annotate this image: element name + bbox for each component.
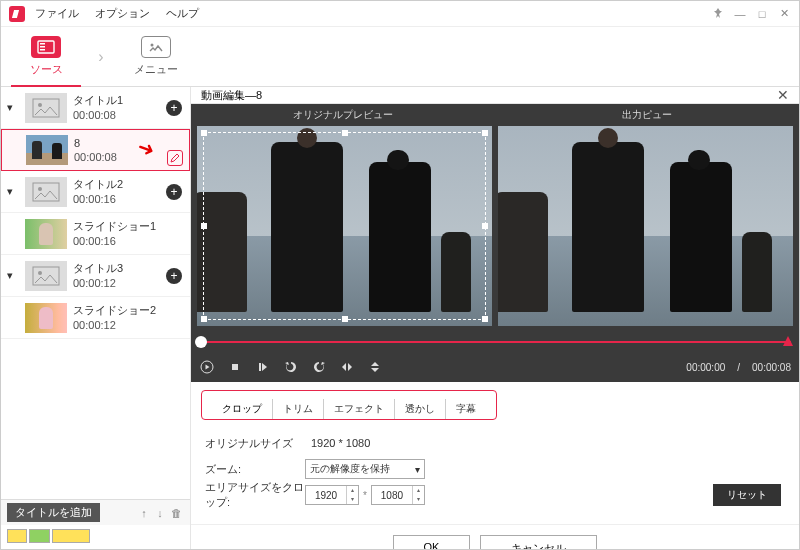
- list-item[interactable]: スライドショー100:00:16: [1, 213, 190, 255]
- tab-subtitle[interactable]: 字幕: [446, 399, 486, 419]
- app-logo-icon: [9, 6, 25, 22]
- editor-close-icon[interactable]: ✕: [777, 87, 789, 103]
- item-name: タイトル2: [73, 177, 166, 191]
- seek-knob[interactable]: [195, 336, 207, 348]
- chevron-right-icon: ›: [91, 48, 111, 66]
- collapse-icon[interactable]: ▾: [7, 185, 19, 198]
- placeholder-thumb-icon: [25, 261, 67, 291]
- rotate-left-icon[interactable]: [283, 359, 299, 375]
- svg-rect-9: [33, 267, 59, 285]
- list-item[interactable]: ▾ タイトル200:00:16 +: [1, 171, 190, 213]
- minimize-button[interactable]: —: [733, 8, 747, 20]
- add-title-button[interactable]: タイトルを追加: [7, 503, 100, 522]
- add-button[interactable]: +: [166, 268, 182, 284]
- item-duration: 00:00:16: [73, 192, 166, 206]
- dialog-buttons: OK キャンセル: [191, 524, 799, 550]
- preview-output: [498, 126, 793, 326]
- crop-size-label: エリアサイズをクロップ:: [205, 480, 305, 510]
- svg-rect-7: [33, 183, 59, 201]
- source-icon: [31, 36, 61, 58]
- original-size-value: 1920 * 1080: [305, 437, 370, 449]
- maximize-button[interactable]: □: [755, 8, 769, 20]
- move-up-icon[interactable]: ↑: [136, 507, 152, 519]
- crop-width-input[interactable]: 1920▴▾: [305, 485, 359, 505]
- menu-file[interactable]: ファイル: [35, 6, 79, 21]
- flip-horizontal-icon[interactable]: [339, 359, 355, 375]
- item-name: タイトル3: [73, 261, 166, 275]
- item-name: スライドショー1: [73, 219, 184, 233]
- mark-in-icon[interactable]: [255, 359, 271, 375]
- play-icon[interactable]: [199, 359, 215, 375]
- tab-crop[interactable]: クロップ: [212, 399, 273, 419]
- sidebar-footer: タイトルを追加 ↑ ↓ 🗑: [1, 499, 190, 525]
- list-item-selected[interactable]: 800:00:08 ➜: [1, 129, 190, 171]
- collapse-icon[interactable]: ▾: [7, 101, 19, 114]
- item-name: 8: [74, 136, 183, 150]
- svg-point-8: [38, 187, 42, 191]
- step-up-icon[interactable]: ▴: [413, 486, 424, 495]
- item-duration: 00:00:08: [73, 108, 166, 122]
- crop-rect[interactable]: [203, 132, 486, 320]
- timeline-strip: [1, 525, 190, 550]
- move-down-icon[interactable]: ↓: [152, 507, 168, 519]
- editor-panel: 動画編集—8 ✕ オリジナルプレビュー 出力ピュー: [191, 87, 799, 550]
- crop-form: オリジナルサイズ 1920 * 1080 ズーム: 元の解像度を保持▾ エリアサ…: [191, 420, 799, 518]
- step-up-icon[interactable]: ▴: [347, 486, 358, 495]
- svg-rect-5: [33, 99, 59, 117]
- tab-source[interactable]: ソース: [1, 27, 91, 87]
- svg-rect-2: [40, 46, 45, 48]
- collapse-icon[interactable]: ▾: [7, 269, 19, 282]
- list-item[interactable]: ▾ タイトル300:00:12 +: [1, 255, 190, 297]
- edit-tabs: クロップ トリム エフェクト 透かし 字幕: [201, 390, 497, 420]
- preview-original[interactable]: [197, 126, 492, 326]
- seek-end-marker[interactable]: [783, 336, 793, 346]
- editor-title: 動画編集—8: [201, 88, 262, 103]
- step-down-icon[interactable]: ▾: [347, 495, 358, 504]
- list-item[interactable]: ▾ タイトル100:00:08 +: [1, 87, 190, 129]
- ok-button[interactable]: OK: [393, 535, 471, 550]
- time-total: 00:00:08: [752, 362, 791, 373]
- preview-output-label: 出力ピュー: [495, 104, 799, 126]
- cancel-button[interactable]: キャンセル: [480, 535, 597, 550]
- svg-point-6: [38, 103, 42, 107]
- svg-point-10: [38, 271, 42, 275]
- clip-list: ▾ タイトル100:00:08 + 800:00:08 ➜ ▾ タイトル200:…: [1, 87, 190, 499]
- clip-thumb: [25, 219, 67, 249]
- clip-thumb: [26, 135, 68, 165]
- flip-vertical-icon[interactable]: [367, 359, 383, 375]
- time-current: 00:00:00: [686, 362, 725, 373]
- top-tabs: ソース › メニュー: [1, 27, 799, 87]
- svg-rect-12: [232, 364, 238, 370]
- trash-icon[interactable]: 🗑: [168, 507, 184, 519]
- tab-watermark[interactable]: 透かし: [395, 399, 446, 419]
- list-item[interactable]: スライドショー200:00:12: [1, 297, 190, 339]
- seek-bar[interactable]: [191, 332, 799, 352]
- sidebar: ▾ タイトル100:00:08 + 800:00:08 ➜ ▾ タイトル200:…: [1, 87, 191, 550]
- item-name: スライドショー2: [73, 303, 184, 317]
- item-name: タイトル1: [73, 93, 166, 107]
- placeholder-thumb-icon: [25, 93, 67, 123]
- tab-effect[interactable]: エフェクト: [324, 399, 395, 419]
- titlebar: ファイル オプション ヘルプ — □ ✕: [1, 1, 799, 27]
- pin-icon[interactable]: [711, 7, 725, 21]
- zoom-label: ズーム:: [205, 462, 305, 477]
- tab-trim[interactable]: トリム: [273, 399, 324, 419]
- zoom-select[interactable]: 元の解像度を保持▾: [305, 459, 425, 479]
- edit-icon[interactable]: [167, 150, 183, 166]
- close-button[interactable]: ✕: [777, 7, 791, 20]
- step-down-icon[interactable]: ▾: [413, 495, 424, 504]
- stop-icon[interactable]: [227, 359, 243, 375]
- menu-help[interactable]: ヘルプ: [166, 6, 199, 21]
- rotate-right-icon[interactable]: [311, 359, 327, 375]
- menu-icon: [141, 36, 171, 58]
- add-button[interactable]: +: [166, 184, 182, 200]
- svg-rect-1: [40, 43, 45, 45]
- crop-height-input[interactable]: 1080▴▾: [371, 485, 425, 505]
- tab-menu[interactable]: メニュー: [111, 27, 201, 87]
- menu-option[interactable]: オプション: [95, 6, 150, 21]
- reset-button[interactable]: リセット: [713, 484, 781, 506]
- editor-header: 動画編集—8 ✕: [191, 87, 799, 104]
- add-button[interactable]: +: [166, 100, 182, 116]
- tab-source-label: ソース: [30, 62, 63, 77]
- clip-thumb: [25, 303, 67, 333]
